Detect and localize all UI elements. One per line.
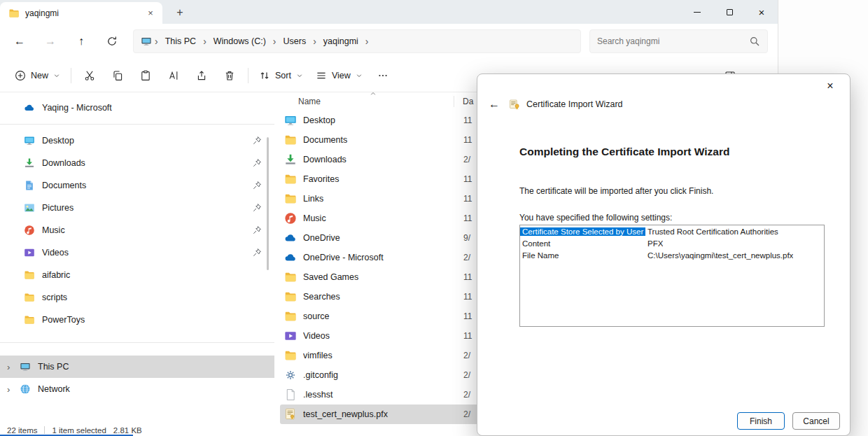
this-pc-icon <box>20 361 31 372</box>
rename-button[interactable] <box>160 64 188 87</box>
file-icon <box>284 153 297 166</box>
search-icon <box>749 36 760 47</box>
sidebar-item-this-pc[interactable]: › This PC <box>0 356 274 378</box>
settings-row[interactable]: File Name C:\Users\yaqingmi\test_cert_ne… <box>520 249 824 261</box>
paste-icon <box>140 70 151 81</box>
minimize-button[interactable] <box>681 0 713 24</box>
sidebar-item-label: Pictures <box>42 203 245 213</box>
view-icon <box>316 70 327 81</box>
sidebar-item[interactable]: Videos <box>0 241 274 264</box>
date-column-header[interactable]: Da <box>454 96 473 107</box>
paste-button[interactable] <box>132 64 160 87</box>
more-options-button[interactable] <box>369 64 397 87</box>
chevron-right-icon[interactable]: › <box>7 362 10 372</box>
pin-icon <box>252 203 262 213</box>
dialog-back-button[interactable]: ← <box>486 98 503 111</box>
sidebar-item[interactable]: Documents <box>0 174 274 197</box>
sidebar-item[interactable]: Downloads <box>0 152 274 174</box>
view-button[interactable]: View <box>309 64 369 87</box>
file-icon <box>284 192 297 205</box>
cloud-icon <box>24 102 35 113</box>
wizard-header: ← Certificate Import Wizard <box>477 95 850 113</box>
delete-button[interactable] <box>216 64 244 87</box>
view-button-label: View <box>332 71 351 80</box>
sidebar-item-icon <box>24 247 35 258</box>
sidebar-item[interactable]: scripts <box>0 286 274 309</box>
sidebar-item[interactable]: Pictures <box>0 197 274 219</box>
maximize-button[interactable] <box>713 0 746 24</box>
plus-icon <box>15 70 26 81</box>
file-name: OneDrive - Microsoft <box>303 253 457 262</box>
file-date: 11 <box>463 311 472 321</box>
file-date: 11 <box>463 272 472 282</box>
chevron-right-icon[interactable]: › <box>7 384 10 395</box>
item-count: 22 items <box>7 426 37 435</box>
close-button[interactable]: × <box>746 0 778 24</box>
copy-icon <box>112 70 123 81</box>
toolbar-separator <box>71 68 71 83</box>
copy-button[interactable] <box>104 64 132 87</box>
sidebar-item-icon <box>24 202 35 213</box>
breadcrumb-item[interactable]: yaqingmi <box>319 34 363 48</box>
sidebar-scrollbar[interactable] <box>267 137 269 270</box>
breadcrumb-chevron: › <box>364 36 370 47</box>
setting-value: C:\Users\yaqingmi\test_cert_newplus.pfx <box>645 251 793 260</box>
chevron-down-icon <box>356 72 363 79</box>
sidebar-item-onedrive[interactable]: Yaqing - Microsoft <box>0 97 274 119</box>
file-icon <box>284 251 297 264</box>
settings-row[interactable]: Certificate Store Selected by User Trust… <box>520 225 824 237</box>
breadcrumb-item[interactable]: This PC <box>161 34 200 48</box>
share-button[interactable] <box>188 64 216 87</box>
file-date: 2/ <box>463 253 470 262</box>
sidebar-item-label: aifabric <box>42 270 266 280</box>
up-button[interactable]: ↑ <box>66 29 97 54</box>
breadcrumb-chevron: › <box>202 36 208 47</box>
setting-value: PFX <box>645 239 663 248</box>
tab-close-button[interactable]: × <box>144 7 157 20</box>
file-name: Favorites <box>303 174 457 184</box>
file-name: source <box>303 311 457 321</box>
file-date: 11 <box>463 213 472 223</box>
new-tab-button[interactable]: + <box>171 3 189 22</box>
divider <box>44 426 45 434</box>
file-date: 9/ <box>463 233 470 243</box>
sidebar-item[interactable]: aifabric <box>0 264 274 286</box>
file-icon <box>284 290 297 303</box>
file-date: 2/ <box>463 351 470 360</box>
setting-key: Certificate Store Selected by User <box>520 227 645 236</box>
sort-button-label: Sort <box>275 71 291 80</box>
sidebar-item[interactable]: Music <box>0 219 274 241</box>
pin-icon <box>252 225 262 235</box>
finish-button[interactable]: Finish <box>737 412 785 430</box>
dialog-close-button[interactable]: × <box>816 77 844 95</box>
pin-icon <box>252 181 262 190</box>
forward-button[interactable]: → <box>35 29 66 54</box>
sidebar-item-network[interactable]: › Network <box>0 378 274 400</box>
sort-button[interactable]: Sort <box>253 64 309 87</box>
cancel-button[interactable]: Cancel <box>792 412 840 430</box>
file-name: Saved Games <box>303 272 457 282</box>
file-name: Desktop <box>303 115 457 125</box>
sidebar-item[interactable]: Desktop <box>0 129 274 152</box>
file-icon <box>284 310 297 323</box>
name-column-header[interactable]: Name <box>280 97 454 106</box>
sidebar-item[interactable]: PowerToys <box>0 309 274 331</box>
scissors-icon <box>84 70 95 81</box>
breadcrumb: › This PC › Windows (C:) › <box>133 29 581 53</box>
sidebar-item-label: Yaqing - Microsoft <box>42 103 266 113</box>
settings-row[interactable]: Content PFX <box>520 237 824 249</box>
tab-title: yaqingmi <box>25 8 139 18</box>
new-button[interactable]: New <box>8 64 66 87</box>
file-icon <box>284 114 297 127</box>
sidebar-item-icon <box>24 292 35 303</box>
refresh-button[interactable] <box>97 29 127 54</box>
back-button[interactable]: ← <box>4 29 35 54</box>
search-input[interactable] <box>597 36 749 46</box>
file-date: 11 <box>463 292 472 302</box>
breadcrumb-item[interactable]: Windows (C:) <box>209 34 270 48</box>
cut-button[interactable] <box>76 64 104 87</box>
setting-value: Trusted Root Certification Authorities <box>645 227 778 236</box>
breadcrumb-item[interactable]: Users <box>279 34 310 48</box>
explorer-tab[interactable]: yaqingmi × <box>0 2 162 24</box>
pin-icon <box>252 248 262 258</box>
